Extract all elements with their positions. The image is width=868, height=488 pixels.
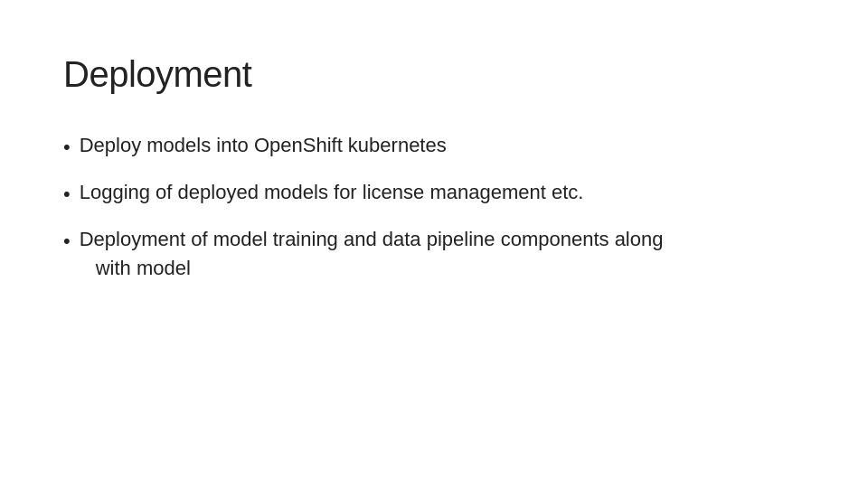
- bullet-text-3-line2: with model: [80, 254, 805, 283]
- bullet-text-1: Deploy models into OpenShift kubernetes: [80, 131, 805, 160]
- bullet-item-2: • Logging of deployed models for license…: [63, 178, 805, 209]
- bullet-text-3: Deployment of model training and data pi…: [80, 225, 805, 283]
- bullet-item-3: • Deployment of model training and data …: [63, 225, 805, 283]
- slide: Deployment • Deploy models into OpenShif…: [0, 0, 868, 488]
- slide-title: Deployment: [63, 54, 805, 95]
- bullet-item-1: • Deploy models into OpenShift kubernete…: [63, 131, 805, 162]
- bullet-text-2: Logging of deployed models for license m…: [80, 178, 805, 207]
- bullet-dot-1: •: [63, 133, 71, 162]
- bullet-dot-3: •: [63, 227, 71, 256]
- bullet-dot-2: •: [63, 180, 71, 209]
- bullet-text-3-line1: Deployment of model training and data pi…: [80, 228, 664, 250]
- bullet-list: • Deploy models into OpenShift kubernete…: [63, 131, 805, 283]
